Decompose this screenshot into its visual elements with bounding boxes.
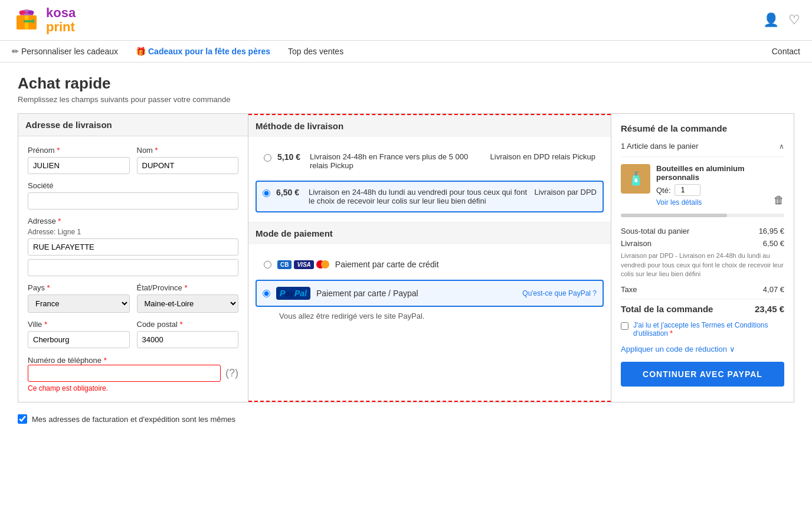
- ville-cp-row: Ville * Code postal *: [28, 320, 238, 348]
- cart-item-details: Bouteilles en aluminium personnalis Qté:…: [656, 164, 768, 207]
- sous-total-label: Sous-total du panier: [621, 227, 689, 235]
- promo-label: Appliquer un code de réduction: [621, 345, 727, 353]
- prenom-group: Prénom *: [28, 146, 130, 174]
- cart-item-name: Bouteilles en aluminium personnalis: [656, 164, 768, 182]
- delivery-home-desc: Livraison en 24-48h du lundi au vendredi…: [309, 188, 529, 205]
- user-icon[interactable]: 👤: [763, 12, 779, 28]
- visa-icon: VISA: [294, 260, 313, 269]
- checkout-button[interactable]: CONTINUER AVEC PAYPAL: [621, 362, 784, 387]
- payment-option-card[interactable]: CB VISA Paiement par carte de crédit: [258, 254, 601, 275]
- taxe-label: Taxe: [621, 285, 637, 294]
- summary-section: Résumé de la commande 1 Article dans le …: [611, 114, 794, 402]
- wishlist-icon[interactable]: ♡: [788, 12, 800, 28]
- cart-chevron-icon: ∧: [779, 142, 784, 150]
- prenom-input[interactable]: [28, 157, 130, 174]
- livraison-label: Livraison: [621, 239, 651, 248]
- progress-fill: [621, 214, 727, 217]
- payment-option-paypal[interactable]: P ay Pal Paiement par carte / Paypal Qu'…: [256, 280, 604, 307]
- delete-item-icon[interactable]: 🗑: [774, 194, 784, 207]
- page-title: Achat rapide: [18, 74, 794, 93]
- cart-qty-row: Qté:: [656, 184, 768, 196]
- progress-bar: [621, 214, 784, 217]
- terms-link[interactable]: J'ai lu et j'accepte les Termes et Condi…: [633, 321, 768, 338]
- paypal-logo-pal: Pal: [294, 289, 307, 298]
- page-content: Achat rapide Remplissez les champs suiva…: [0, 63, 812, 436]
- nav-contact[interactable]: Contact: [772, 47, 800, 56]
- telephone-help-icon[interactable]: (?): [225, 367, 238, 379]
- delivery-section: Méthode de livraison 5,10 € Livraison 24…: [248, 115, 611, 222]
- delivery-option-pickup[interactable]: 5,10 € Livraison 24-48h en France vers p…: [258, 146, 601, 176]
- terms-checkbox[interactable]: [621, 322, 628, 330]
- codepostal-group: Code postal *: [137, 320, 239, 348]
- nav-personaliser[interactable]: Personnaliser les cadeaux: [12, 47, 118, 56]
- nom-input[interactable]: [137, 157, 239, 174]
- brand-text: kosa print: [46, 6, 76, 34]
- card-icons: CB VISA: [277, 260, 329, 269]
- svg-rect-4: [24, 20, 34, 22]
- payment-paypal-label: Paiement par carte / Paypal: [316, 289, 418, 298]
- telephone-row: (?): [28, 365, 238, 382]
- delivery-pickup-method: Livraison en DPD relais Pickup: [490, 152, 595, 161]
- paypal-icon-block: P ay Pal: [276, 287, 310, 300]
- delivery-title: Méthode de livraison: [248, 115, 611, 137]
- cb-icon: CB: [277, 260, 292, 269]
- adresse-label: Adresse *: [28, 217, 238, 225]
- province-select[interactable]: Maine-et-Loire Paris Lyon: [137, 294, 239, 313]
- page-subtitle: Remplissez les champs suivants pour pass…: [18, 95, 794, 104]
- prenom-label: Prénom *: [28, 146, 130, 155]
- see-details-link[interactable]: Voir les détails: [656, 198, 768, 207]
- livraison-note: Livraison par DPD - Livraison en 24-48h …: [621, 251, 784, 279]
- nom-group: Nom *: [137, 146, 239, 174]
- cart-header[interactable]: 1 Article dans le panier ∧: [621, 142, 784, 157]
- total-label: Total de la commande: [621, 304, 713, 314]
- mastercard-icon: [316, 260, 329, 269]
- telephone-input[interactable]: [28, 365, 221, 382]
- same-address-checkbox[interactable]: [18, 414, 27, 424]
- delivery-home-price: 6,50 €: [276, 188, 303, 197]
- taxe-value: 4,07 €: [763, 285, 784, 294]
- livraison-value: 6,50 €: [763, 239, 784, 248]
- paypal-whats-this-link[interactable]: Qu'est-ce que PayPal ?: [522, 289, 597, 297]
- codepostal-label: Code postal *: [137, 320, 239, 329]
- adresse-ligne1-input[interactable]: [28, 238, 238, 256]
- delivery-pickup-desc: Livraison 24-48h en France vers plus de …: [310, 152, 484, 170]
- delivery-option-home[interactable]: 6,50 € Livraison en 24-48h du lundi au v…: [256, 181, 604, 212]
- cart-item: 🧴 Bouteilles en aluminium personnalis Qt…: [621, 164, 784, 207]
- middle-section: Méthode de livraison 5,10 € Livraison 24…: [248, 114, 611, 402]
- adresse-group: Adresse * Adresse: Ligne 1: [28, 217, 238, 276]
- nav-fete-peres[interactable]: Cadeaux pour la fête des pères: [136, 47, 270, 56]
- pays-group: Pays * France Belgique Suisse: [28, 283, 130, 313]
- same-address-label: Mes adresses de facturation et d'expédit…: [32, 415, 235, 424]
- nav-top-ventes[interactable]: Top des ventes: [288, 47, 343, 56]
- taxe-row: Taxe 4,07 €: [621, 285, 784, 294]
- societe-input[interactable]: [28, 192, 238, 210]
- sous-total-value: 16,95 €: [759, 227, 784, 235]
- societe-group: Société: [28, 181, 238, 210]
- sous-total-row: Sous-total du panier 16,95 €: [621, 227, 784, 235]
- codepostal-input[interactable]: [137, 331, 239, 348]
- pays-select[interactable]: France Belgique Suisse: [28, 294, 130, 313]
- delivery-radio-home[interactable]: [263, 189, 270, 197]
- ville-label: Ville *: [28, 320, 130, 329]
- delivery-radio-pickup[interactable]: [264, 154, 271, 162]
- delivery-pickup-price: 5,10 €: [277, 152, 304, 162]
- payment-title: Mode de paiement: [248, 222, 611, 244]
- header-actions: 👤 ♡: [763, 12, 800, 28]
- telephone-error: Ce champ est obligatoire.: [28, 384, 238, 392]
- payment-radio-paypal[interactable]: [263, 290, 270, 297]
- paypal-redirect-text: Vous allez être redirigé vers le site Pa…: [258, 307, 601, 323]
- ville-group: Ville *: [28, 320, 130, 348]
- promo-code-row[interactable]: Appliquer un code de réduction ∨: [621, 345, 784, 353]
- delivery-home-method: Livraison par DPD: [535, 188, 597, 197]
- pays-label: Pays *: [28, 283, 130, 292]
- adresse-ligne2-input[interactable]: [28, 259, 238, 276]
- qty-input[interactable]: [675, 184, 700, 196]
- address-title: Adresse de livraison: [18, 114, 248, 136]
- ville-input[interactable]: [28, 331, 130, 348]
- telephone-label: Numéro de téléphone *: [28, 356, 107, 365]
- province-group: État/Province * Maine-et-Loire Paris Lyo…: [137, 283, 239, 313]
- payment-radio-card[interactable]: [264, 261, 271, 269]
- logo[interactable]: kosa print: [12, 6, 76, 34]
- pays-province-row: Pays * France Belgique Suisse État/Provi…: [28, 283, 238, 313]
- address-section: Adresse de livraison Prénom * Nom * Soci…: [18, 114, 248, 402]
